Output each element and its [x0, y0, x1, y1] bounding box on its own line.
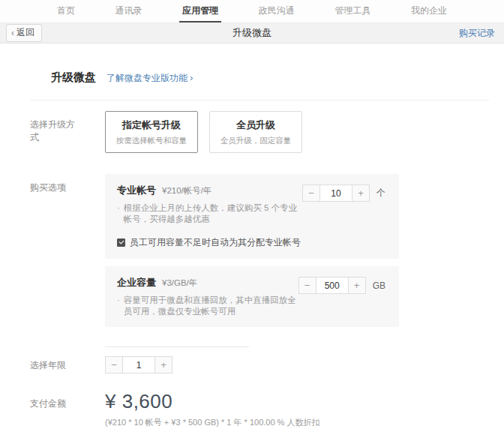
minus-button[interactable]: − [298, 277, 316, 294]
payment-amount: ¥ 3,600 [105, 390, 320, 413]
learn-features-link[interactable]: 了解微盘专业版功能 › [106, 72, 193, 85]
payment-label: 支付金额 [30, 390, 80, 428]
card-title: 全员升级 [210, 118, 302, 132]
divider [105, 346, 249, 347]
enterprise-capacity-panel: 企业容量 ¥3/GB/年 · 容量可用于微盘和直播回放，其中直播回放全员可用，微… [105, 266, 399, 327]
purchase-records-link[interactable]: 购买记录 [459, 27, 495, 40]
auto-assign-checkbox[interactable] [117, 238, 125, 247]
minus-button[interactable]: − [105, 356, 123, 374]
duration-input[interactable]: 1 [123, 356, 154, 374]
card-specified-accounts[interactable]: 指定帐号升级 按需选择帐号和容量 [105, 111, 198, 153]
account-count-input[interactable]: 10 [320, 184, 352, 202]
divider [30, 100, 489, 100]
tab-my-enterprise[interactable]: 我的企业 [408, 0, 450, 22]
tab-communication[interactable]: 政民沟通 [256, 0, 298, 22]
duration-label: 选择年限 [30, 356, 80, 374]
upgrade-method-label: 选择升级方式 [30, 111, 80, 153]
page-title: 升级微盘 [0, 26, 504, 40]
top-nav: 首页 通讯录 应用管理 政民沟通 管理工具 我的企业 [0, 0, 504, 22]
capacity-unit: GB [373, 280, 386, 291]
tab-admin-tools[interactable]: 管理工具 [332, 0, 374, 22]
capacity-title: 企业容量 [117, 276, 156, 290]
card-title: 指定帐号升级 [106, 118, 197, 132]
capacity-stepper: − 500 + [298, 277, 366, 294]
page-header: ‹ 返回 升级微盘 购买记录 [0, 22, 504, 44]
pro-account-panel: 专业帐号 ¥210/帐号/年 · 根据企业上月的上传人数，建议购买 5 个专业帐… [105, 174, 399, 259]
minus-button[interactable]: − [302, 184, 320, 202]
plus-button[interactable]: + [352, 184, 370, 202]
duration-stepper: − 1 + [105, 356, 172, 374]
tab-app-management[interactable]: 应用管理 [179, 0, 221, 22]
account-stepper: − 10 + [302, 184, 370, 202]
plus-button[interactable]: + [348, 277, 366, 294]
plus-button[interactable]: + [154, 356, 172, 374]
pro-account-title: 专业帐号 [117, 184, 156, 197]
main-content: 升级微盘 了解微盘专业版功能 › 选择升级方式 指定帐号升级 按需选择帐号和容量… [0, 44, 504, 432]
bullet-icon: · [117, 295, 120, 317]
auto-assign-label[interactable]: 员工可用容量不足时自动为其分配专业帐号 [130, 236, 301, 249]
pro-account-price: ¥210/帐号/年 [162, 185, 212, 196]
tab-contacts[interactable]: 通讯录 [112, 0, 146, 22]
pro-account-description: 根据企业上月的上传人数，建议购买 5 个专业帐号，买得越多越优惠 [124, 202, 303, 225]
card-subtitle: 按需选择帐号和容量 [106, 136, 197, 146]
purchase-options-label: 购买选项 [30, 174, 80, 334]
card-all-members[interactable]: 全员升级 全员升级，固定容量 [209, 111, 302, 153]
capacity-description: 容量可用于微盘和直播回放，其中直播回放全员可用，微盘仅专业帐号可用 [124, 295, 303, 317]
card-subtitle: 全员升级，固定容量 [210, 136, 302, 146]
account-unit: 个 [376, 187, 386, 200]
payment-formula: (¥210 * 10 帐号 + ¥3 * 500 GB) * 1 年 * 100… [105, 417, 320, 428]
tab-home[interactable]: 首页 [54, 0, 78, 22]
capacity-price: ¥3/GB/年 [162, 278, 197, 289]
section-heading: 升级微盘 [51, 70, 96, 85]
capacity-input[interactable]: 500 [316, 277, 348, 294]
bullet-icon: · [117, 202, 120, 225]
